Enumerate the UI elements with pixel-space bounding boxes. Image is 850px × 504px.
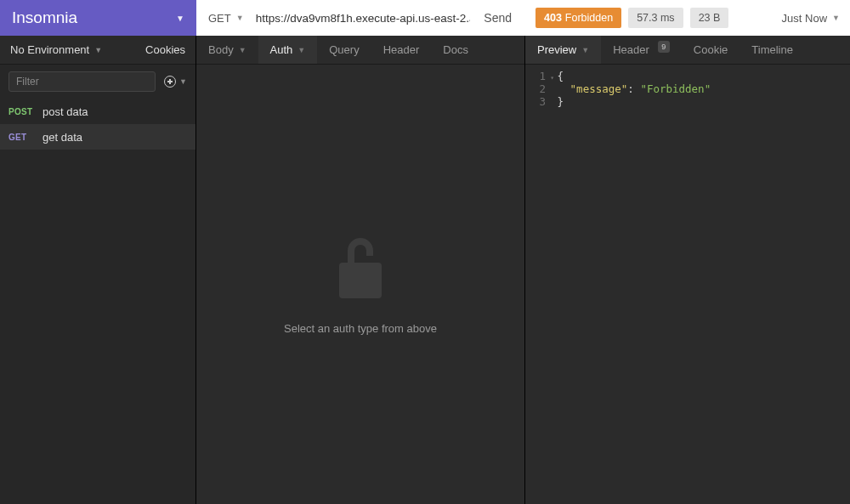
chevron-down-icon: ▼ xyxy=(94,46,102,54)
tab-body[interactable]: Body▼ xyxy=(196,36,258,64)
line-number: 2 xyxy=(525,82,551,95)
request-name: post data xyxy=(42,105,88,118)
token-brace: } xyxy=(558,95,564,108)
history-label: Just Now xyxy=(782,12,827,25)
filter-row: ▼ xyxy=(0,65,196,99)
request-list: POSTpost dataGETget data xyxy=(0,99,196,150)
url-input[interactable] xyxy=(256,12,471,25)
response-summary: 403 Forbidden 57.3 ms 23 B Just Now ▼ xyxy=(525,0,850,36)
auth-empty-state: Select an auth type from above xyxy=(196,65,524,504)
line-number: 3 xyxy=(525,95,551,108)
status-badge: 403 Forbidden xyxy=(536,8,621,28)
request-item[interactable]: POSTpost data xyxy=(0,99,196,124)
code-text: "message": "Forbidden" xyxy=(551,82,711,95)
tab-label: Body xyxy=(208,43,234,56)
code-text: } xyxy=(551,95,564,108)
top-bar: Insomnia ▼ GET ▼ Send 403 Forbidden 57.3… xyxy=(0,0,850,36)
method-label: GET xyxy=(208,12,231,25)
code-line: 2 "message": "Forbidden" xyxy=(525,82,850,95)
chevron-down-icon: ▼ xyxy=(239,46,246,54)
app-title: Insomnia xyxy=(12,8,77,27)
method-select[interactable]: GET ▼ xyxy=(205,12,247,25)
chevron-down-icon: ▼ xyxy=(236,14,244,22)
method-tag: POST xyxy=(8,107,34,116)
token-brace: { xyxy=(558,70,564,82)
cookies-button[interactable]: Cookies xyxy=(145,43,185,56)
workspace-dropdown[interactable]: Insomnia ▼ xyxy=(0,0,196,36)
environment-label: No Environment xyxy=(10,43,89,56)
request-tabs: Body▼Auth▼QueryHeaderDocs xyxy=(196,36,524,65)
tab-label: Header xyxy=(613,43,649,56)
time-badge: 57.3 ms xyxy=(628,8,683,28)
filter-input[interactable] xyxy=(8,71,156,92)
code-line: 3 } xyxy=(525,95,850,108)
line-number: 1▾ xyxy=(525,70,551,82)
tab-header[interactable]: Header xyxy=(371,36,432,64)
plus-circle-icon xyxy=(164,76,176,88)
tab-timeline[interactable]: Timeline xyxy=(740,36,805,64)
token-colon: : xyxy=(627,82,640,95)
tab-label: Query xyxy=(329,43,359,56)
add-request-button[interactable]: ▼ xyxy=(164,76,187,88)
chevron-down-icon: ▼ xyxy=(176,14,184,23)
response-pane: Preview▼Header9CookieTimeline 1▾ {2 "mes… xyxy=(525,36,850,504)
tab-label: Cookie xyxy=(694,43,728,56)
tab-header[interactable]: Header9 xyxy=(601,36,682,64)
tab-docs[interactable]: Docs xyxy=(431,36,480,64)
status-code: 403 xyxy=(544,12,562,24)
chevron-down-icon: ▼ xyxy=(179,77,187,86)
tab-preview[interactable]: Preview▼ xyxy=(525,36,601,64)
code-line: 1▾ { xyxy=(525,70,850,82)
send-button[interactable]: Send xyxy=(479,11,517,25)
request-item[interactable]: GETget data xyxy=(0,124,196,150)
tab-label: Timeline xyxy=(751,43,793,56)
tab-label: Docs xyxy=(443,43,468,56)
tab-cookie[interactable]: Cookie xyxy=(682,36,740,64)
method-tag: GET xyxy=(8,133,34,142)
badge-count: 9 xyxy=(658,41,670,53)
response-body[interactable]: 1▾ {2 "message": "Forbidden"3 } xyxy=(525,65,850,504)
chevron-down-icon: ▼ xyxy=(832,14,840,22)
response-tabs: Preview▼Header9CookieTimeline xyxy=(525,36,850,65)
tab-label: Header xyxy=(383,43,420,56)
tab-label: Preview xyxy=(537,43,576,56)
request-pane: Body▼Auth▼QueryHeaderDocs Select an auth… xyxy=(196,36,525,504)
tab-label: Auth xyxy=(270,43,293,56)
status-text: Forbidden xyxy=(565,12,613,24)
token-str: "Forbidden" xyxy=(640,82,711,95)
lock-icon xyxy=(336,234,385,302)
svg-rect-0 xyxy=(339,263,382,298)
chevron-down-icon: ▼ xyxy=(581,46,589,54)
tab-auth[interactable]: Auth▼ xyxy=(258,36,318,64)
chevron-down-icon: ▼ xyxy=(298,46,305,54)
request-name: get data xyxy=(42,131,82,144)
auth-hint-text: Select an auth type from above xyxy=(284,322,437,335)
sidebar: No Environment ▼ Cookies ▼ POSTpost data… xyxy=(0,36,196,504)
size-badge: 23 B xyxy=(690,8,729,28)
response-history-dropdown[interactable]: Just Now ▼ xyxy=(782,12,840,25)
tab-query[interactable]: Query xyxy=(317,36,371,64)
token-key: "message" xyxy=(570,82,628,95)
environment-dropdown[interactable]: No Environment ▼ xyxy=(10,43,102,56)
sidebar-top: No Environment ▼ Cookies xyxy=(0,36,196,65)
request-url-bar: GET ▼ Send xyxy=(196,0,525,36)
